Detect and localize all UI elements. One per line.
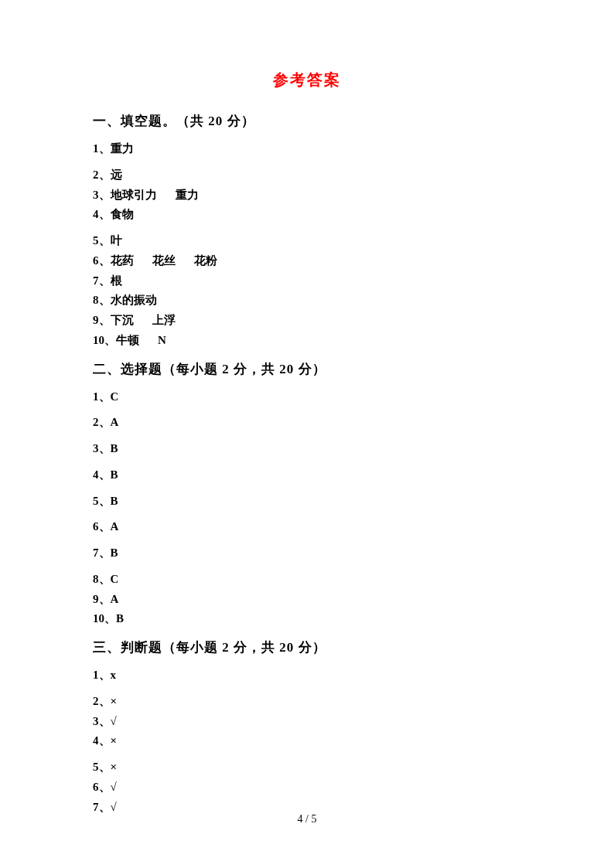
answer-number: 6、: [93, 781, 111, 793]
answer-text: ×: [111, 761, 118, 773]
answer-number: 9、: [93, 314, 111, 326]
answer-line: 9、A: [93, 591, 521, 608]
answer-line: 3、√: [93, 713, 521, 730]
answer-text: 牛顿: [116, 334, 139, 346]
answer-number: 2、: [93, 695, 111, 707]
answer-text: A: [111, 416, 119, 428]
answer-text: 重力: [111, 142, 134, 155]
section-heading: 三、判断题（每小题 2 分，共 20 分）: [93, 638, 521, 656]
answer-number: 9、: [93, 593, 111, 605]
answer-line: 6、花药花丝花粉: [93, 253, 521, 270]
answer-text: B: [111, 546, 118, 559]
answer-text: 远: [111, 168, 122, 181]
answer-number: 2、: [93, 416, 111, 428]
answer-line: 9、下沉上浮: [93, 312, 521, 329]
answer-text: A: [111, 520, 119, 533]
answer-text: x: [111, 669, 117, 681]
answer-line: 2、远: [93, 167, 521, 184]
answer-number: 4、: [93, 208, 111, 220]
answer-line: 7、B: [93, 545, 521, 562]
answer-number: 7、: [93, 274, 111, 287]
answer-number: 10、: [93, 334, 116, 346]
answer-number: 5、: [93, 495, 111, 507]
answer-line: 1、C: [93, 389, 521, 406]
answer-line: 8、C: [93, 571, 521, 588]
answer-number: 7、: [93, 801, 111, 813]
answer-text: 叶: [111, 234, 122, 247]
document-title: 参考答案: [93, 70, 521, 90]
section-heading: 二、选择题（每小题 2 分，共 20 分）: [93, 360, 521, 378]
answer-line: 10、牛顿N: [93, 332, 521, 349]
answer-line: 6、√: [93, 779, 521, 796]
answer-text: A: [111, 593, 119, 605]
answer-text: 下沉: [111, 314, 134, 326]
answer-text: B: [116, 612, 124, 625]
answer-number: 7、: [93, 546, 111, 559]
answer-number: 6、: [93, 254, 111, 267]
answer-text: √: [111, 715, 117, 727]
answer-number: 4、: [93, 734, 111, 747]
answer-text: ×: [111, 695, 118, 707]
answer-number: 3、: [93, 442, 111, 454]
answer-line: 7、根: [93, 273, 521, 290]
section-heading: 一、填空题。（共 20 分）: [93, 112, 521, 130]
answer-number: 6、: [93, 520, 111, 533]
answer-number: 5、: [93, 234, 111, 247]
answer-number: 2、: [93, 168, 111, 181]
answer-line: 4、×: [93, 733, 521, 750]
answer-text: N: [158, 334, 166, 346]
answer-text: √: [111, 781, 117, 793]
answer-number: 1、: [93, 669, 111, 681]
sections-container: 一、填空题。（共 20 分）1、重力2、远3、地球引力重力4、食物5、叶6、花药…: [93, 112, 521, 815]
answer-text: B: [111, 468, 118, 481]
answer-text: 地球引力: [111, 189, 157, 201]
answer-number: 1、: [93, 142, 111, 155]
answer-line: 5、B: [93, 493, 521, 510]
answer-text: ×: [111, 734, 118, 747]
answer-text: B: [111, 442, 118, 454]
answer-line: 2、A: [93, 414, 521, 431]
answer-line: 8、水的振动: [93, 292, 521, 309]
answer-line: 5、×: [93, 759, 521, 776]
answer-line: 1、x: [93, 667, 521, 684]
answer-line: 5、叶: [93, 233, 521, 250]
answer-text: 食物: [111, 208, 134, 220]
answer-line: 1、重力: [93, 141, 521, 158]
answer-text: 重力: [176, 189, 199, 201]
answer-text: B: [111, 495, 118, 507]
answer-number: 4、: [93, 468, 111, 481]
answer-text: 花丝: [152, 254, 176, 267]
answer-number: 8、: [93, 294, 111, 306]
answer-line: 4、B: [93, 467, 521, 484]
answer-number: 5、: [93, 761, 111, 773]
answer-line: 3、地球引力重力: [93, 187, 521, 204]
answer-text: C: [111, 390, 119, 403]
answer-text: 花粉: [194, 254, 217, 267]
answer-line: 6、A: [93, 519, 521, 536]
answer-line: 4、食物: [93, 206, 521, 223]
answer-text: 上浮: [152, 314, 176, 326]
answer-line: 2、×: [93, 693, 521, 710]
answer-text: 花药: [111, 254, 134, 267]
page-number: 4 / 5: [0, 813, 614, 825]
answer-number: 1、: [93, 390, 111, 403]
answer-number: 10、: [93, 612, 116, 625]
answer-number: 3、: [93, 715, 111, 727]
answer-line: 3、B: [93, 441, 521, 458]
answer-text: 水的振动: [111, 294, 157, 306]
answer-text: 根: [111, 274, 122, 287]
answer-number: 3、: [93, 189, 111, 201]
answer-number: 8、: [93, 573, 111, 585]
page-content: 参考答案 一、填空题。（共 20 分）1、重力2、远3、地球引力重力4、食物5、…: [0, 0, 614, 857]
answer-text: √: [111, 801, 117, 813]
answer-text: C: [111, 573, 119, 585]
answer-line: 10、B: [93, 611, 521, 628]
